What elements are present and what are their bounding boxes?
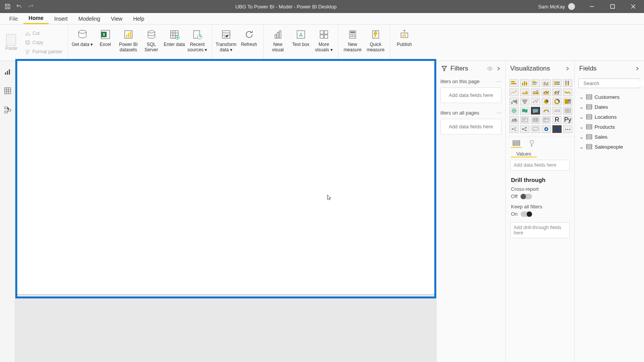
field-table-dates[interactable]: ⌄ Dates [577, 102, 642, 112]
menu-insert[interactable]: Insert [49, 13, 73, 24]
field-table-salespeople[interactable]: ⌄ Salespeople [577, 142, 642, 152]
viz-clustered-column[interactable] [542, 79, 551, 87]
svg-rect-12 [130, 31, 131, 38]
viz-kpi[interactable]: KPI [509, 116, 519, 124]
canvas-area[interactable] [15, 61, 436, 362]
maximize-button[interactable] [604, 0, 621, 13]
viz-ribbon[interactable] [563, 88, 572, 96]
enter-data-button[interactable]: Enter data [163, 26, 186, 59]
viz-clustered-bar[interactable] [531, 79, 540, 87]
transform-data-button[interactable]: Transform data ▾ [215, 26, 237, 59]
viz-waterfall[interactable] [509, 98, 519, 105]
svg-rect-25 [324, 31, 328, 34]
field-table-products[interactable]: ⌄ Products [577, 122, 642, 132]
viz-qna[interactable] [531, 125, 540, 133]
format-tab[interactable] [526, 139, 537, 148]
viz-multi-card[interactable] [563, 107, 572, 115]
menu-view[interactable]: View [105, 13, 128, 24]
format-painter-button[interactable]: Format painter [25, 48, 62, 56]
data-view-button[interactable] [2, 85, 13, 96]
undo-icon[interactable] [16, 3, 22, 10]
cut-button[interactable]: Cut [25, 29, 62, 38]
drill-through-dropzone[interactable]: Add drill-through fields here [510, 222, 570, 238]
paste-button[interactable]: Paste [5, 34, 17, 51]
report-view-button[interactable] [2, 66, 13, 77]
quick-measure-button[interactable]: Quick measure [365, 26, 387, 59]
model-view-button[interactable] [2, 105, 13, 115]
filters-page-dropzone[interactable]: Add data fields here [440, 87, 501, 103]
copy-button[interactable]: Copy [25, 38, 62, 47]
text-box-button[interactable]: A Text box [290, 26, 312, 59]
menu-modeling[interactable]: Modeling [73, 13, 105, 24]
menu-help[interactable]: Help [128, 13, 150, 24]
viz-gauge[interactable] [542, 107, 551, 115]
values-dropzone[interactable]: Add data fields here [510, 160, 570, 170]
recent-sources-button[interactable]: Recent sources ▾ [186, 26, 209, 59]
viz-line[interactable] [509, 88, 519, 96]
viz-filled-map[interactable] [520, 107, 529, 115]
redo-icon[interactable] [28, 3, 34, 10]
user-account[interactable]: Sam McKay [538, 3, 575, 10]
save-icon[interactable] [5, 3, 11, 10]
menu-file[interactable]: File [4, 13, 23, 24]
viz-shape-map[interactable] [531, 107, 540, 115]
viz-table[interactable] [531, 116, 540, 124]
sql-server-button[interactable]: SQL Server [140, 26, 163, 59]
new-measure-button[interactable]: New measure [342, 26, 364, 59]
collapse-icon[interactable] [565, 66, 570, 71]
viz-python[interactable]: Py [563, 116, 572, 124]
viz-stacked-area[interactable] [531, 88, 540, 96]
get-data-button[interactable]: Get data ▾ [71, 26, 94, 59]
field-table-locations[interactable]: ⌄ Locations [577, 112, 642, 122]
new-visual-button[interactable]: New visual [267, 26, 289, 59]
viz-line-clustered[interactable] [552, 88, 562, 96]
viz-key-influencers[interactable] [509, 125, 519, 133]
publish-button[interactable]: Publish [393, 26, 416, 59]
excel-button[interactable]: X Excel [94, 26, 117, 59]
viz-matrix[interactable] [542, 116, 551, 124]
report-canvas[interactable] [17, 61, 434, 295]
viz-paginated[interactable] [542, 125, 551, 133]
viz-donut[interactable] [552, 98, 562, 105]
pbi-datasets-button[interactable]: Power BI datasets [117, 26, 140, 59]
search-input[interactable] [583, 80, 644, 86]
ribbon-group-data: Get data ▾ X Excel Power BI datasets SQL… [68, 25, 212, 61]
eye-icon[interactable] [487, 66, 493, 72]
collapse-icon[interactable] [635, 66, 639, 71]
close-button[interactable] [625, 0, 642, 13]
svg-point-35 [354, 36, 355, 37]
filters-on-all-header[interactable]: ilters on all pages⋯ [437, 108, 505, 117]
collapse-icon[interactable] [496, 66, 501, 71]
viz-arcgis[interactable] [552, 125, 562, 133]
viz-decomposition[interactable] [520, 125, 529, 133]
viz-card[interactable]: 123 [552, 107, 562, 115]
svg-rect-29 [350, 31, 355, 33]
viz-pie[interactable] [542, 98, 551, 105]
svg-rect-75 [558, 91, 559, 95]
viz-slicer[interactable] [520, 116, 529, 124]
viz-funnel[interactable] [520, 98, 529, 105]
field-table-sales[interactable]: ⌄ Sales [577, 132, 642, 142]
viz-100-column[interactable] [563, 79, 572, 87]
keep-filters-toggle[interactable] [521, 211, 532, 217]
more-visuals-button[interactable]: More visuals ▾ [313, 26, 335, 59]
viz-more[interactable]: ⋯ [563, 125, 572, 133]
viz-stacked-bar[interactable] [509, 79, 519, 87]
fields-search[interactable] [578, 79, 640, 88]
cross-report-toggle[interactable] [521, 194, 532, 199]
menu-home[interactable]: Home [23, 13, 49, 24]
viz-line-column[interactable] [542, 88, 551, 96]
field-table-customers[interactable]: ⌄ Customers [577, 92, 642, 102]
filters-all-dropzone[interactable]: Add data fields here [440, 119, 501, 134]
viz-map[interactable] [509, 107, 519, 115]
viz-scatter[interactable] [531, 98, 540, 105]
viz-stacked-column[interactable] [520, 79, 529, 87]
refresh-button[interactable]: Refresh [238, 26, 260, 59]
viz-r[interactable]: R [552, 116, 562, 124]
viz-100-bar[interactable] [552, 79, 562, 87]
fields-tab[interactable] [511, 139, 522, 148]
minimize-button[interactable] [583, 0, 600, 13]
filters-on-page-header[interactable]: ilters on this page⋯ [437, 76, 505, 86]
viz-treemap[interactable] [563, 98, 572, 105]
viz-area[interactable] [520, 88, 529, 96]
